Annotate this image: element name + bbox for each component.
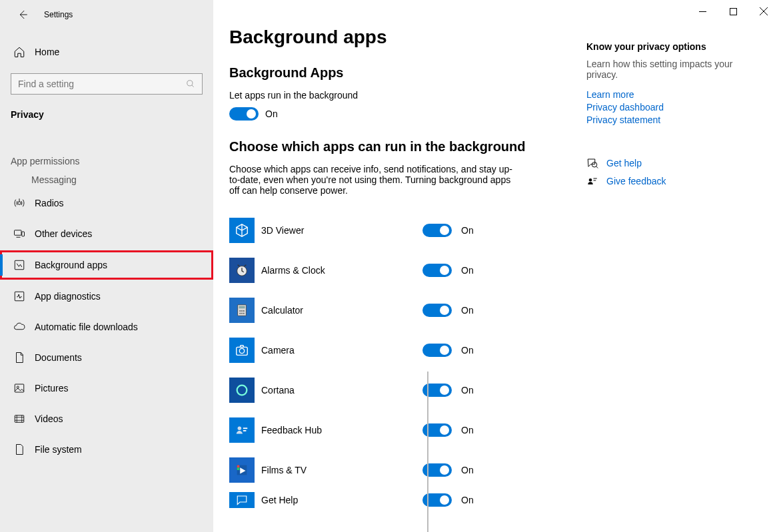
sidebar-item-other-devices[interactable]: Other devices <box>0 218 213 249</box>
section1-desc: Let apps run in the background <box>229 90 529 101</box>
right-pane: Know your privacy options Learn how this… <box>586 0 760 532</box>
app-icon-camera <box>229 338 255 363</box>
app-icon-feedback <box>229 417 255 443</box>
sidebar-item-label: Radios <box>35 198 64 208</box>
sidebar-item-auto-downloads[interactable]: Automatic file downloads <box>0 312 213 342</box>
app-title: Settings <box>44 10 73 19</box>
link-learn-more[interactable]: Learn more <box>586 89 760 100</box>
app-toggle-state: On <box>461 345 474 356</box>
svg-point-14 <box>241 310 243 312</box>
svg-rect-12 <box>239 306 245 309</box>
app-row: Alarms & Clock On <box>229 250 586 290</box>
back-button[interactable] <box>13 5 32 24</box>
minimize-icon <box>699 8 706 15</box>
background-apps-icon <box>13 259 27 271</box>
document-icon <box>13 352 27 364</box>
sidebar-item-label: Pictures <box>35 383 69 394</box>
sidebar-item-label: Documents <box>35 352 82 363</box>
svg-point-18 <box>243 313 245 314</box>
sidebar-item-label: Other devices <box>35 228 92 239</box>
app-icon-alarms <box>229 258 255 283</box>
sidebar-item-file-system[interactable]: File system <box>0 434 213 465</box>
link-give-feedback[interactable]: Give feedback <box>606 176 666 186</box>
sidebar: Settings Home Privacy App permissions Me… <box>0 0 213 532</box>
home-icon <box>13 46 27 58</box>
app-toggle[interactable] <box>422 304 452 317</box>
svg-rect-8 <box>15 415 24 423</box>
app-toggle[interactable] <box>422 344 452 357</box>
sidebar-item-label: Background apps <box>35 260 107 270</box>
svg-point-29 <box>589 178 592 182</box>
sidebar-item-label: File system <box>35 444 82 455</box>
search-input-container[interactable] <box>11 73 203 95</box>
app-toggle[interactable] <box>422 264 452 277</box>
home-label: Home <box>35 47 59 57</box>
sidebar-item-background-apps[interactable]: Background apps <box>0 250 213 280</box>
svg-point-0 <box>187 81 193 86</box>
sidebar-item-app-diagnostics[interactable]: App diagnostics <box>0 281 213 312</box>
close-icon <box>760 7 768 15</box>
app-name: Feedback Hub <box>261 425 422 435</box>
app-toggle-state: On <box>461 265 474 276</box>
app-row: Get Help On <box>229 490 586 510</box>
app-toggle-state: On <box>461 425 474 435</box>
app-toggle-state: On <box>461 305 474 316</box>
app-icon-films <box>229 457 255 483</box>
app-icon-calculator <box>229 298 255 323</box>
right-title: Know your privacy options <box>586 41 760 52</box>
svg-point-15 <box>243 310 245 312</box>
app-name: Get Help <box>261 495 422 505</box>
cloud-download-icon <box>13 321 27 333</box>
app-toggle-state: On <box>461 225 474 236</box>
home-nav[interactable]: Home <box>0 37 213 67</box>
videos-icon <box>13 413 27 425</box>
svg-rect-6 <box>15 384 24 392</box>
link-privacy-dashboard[interactable]: Privacy dashboard <box>586 102 760 113</box>
svg-rect-9 <box>730 8 736 15</box>
sidebar-item-videos[interactable]: Videos <box>0 403 213 434</box>
svg-point-28 <box>592 162 597 168</box>
app-row: Camera On <box>229 330 586 370</box>
close-button[interactable] <box>748 0 779 23</box>
arrow-left-icon <box>17 9 29 21</box>
app-toggle-state: On <box>461 465 474 475</box>
app-name: Alarms & Clock <box>261 265 422 276</box>
devices-icon <box>13 228 27 240</box>
svg-rect-2 <box>15 230 22 236</box>
link-get-help[interactable]: Get help <box>606 158 642 168</box>
app-toggle[interactable] <box>422 224 452 237</box>
sidebar-item-messaging-clipped[interactable]: Messaging <box>0 174 213 186</box>
app-icon-3dviewer <box>229 218 255 243</box>
maximize-button[interactable] <box>718 0 748 23</box>
section1-title: Background Apps <box>229 65 586 81</box>
scroll-indicator[interactable] <box>427 372 428 532</box>
master-toggle[interactable]: On <box>229 107 586 121</box>
sidebar-item-label: Videos <box>35 413 63 424</box>
section-header: App permissions <box>11 156 213 166</box>
sidebar-item-documents[interactable]: Documents <box>0 342 213 373</box>
pictures-icon <box>13 382 27 394</box>
app-toggle-state: On <box>461 495 474 505</box>
right-desc: Learn how this setting impacts your priv… <box>586 59 740 80</box>
sidebar-item-radios[interactable]: Radios <box>0 188 213 218</box>
page-title: Background apps <box>229 27 586 48</box>
feedback-icon <box>586 176 600 188</box>
app-name: Cortana <box>261 385 422 396</box>
minimize-button[interactable] <box>687 0 718 23</box>
sidebar-item-pictures[interactable]: Pictures <box>0 373 213 403</box>
app-row: Films & TV On <box>229 450 586 490</box>
app-toggle-state: On <box>461 385 474 396</box>
app-row: Calculator On <box>229 290 586 330</box>
app-name: Camera <box>261 345 422 356</box>
toggle-switch[interactable] <box>229 107 259 121</box>
section2-title: Choose which apps can run in the backgro… <box>229 139 586 154</box>
app-name: Films & TV <box>261 465 422 475</box>
app-icon-cortana <box>229 378 255 403</box>
link-privacy-statement[interactable]: Privacy statement <box>586 115 760 125</box>
svg-point-17 <box>241 313 243 314</box>
sidebar-item-label: App diagnostics <box>35 291 101 302</box>
diagnostics-icon <box>13 290 27 302</box>
search-input[interactable] <box>17 78 186 90</box>
app-name: 3D Viewer <box>261 225 422 236</box>
sidebar-nav: Radios Other devices Background apps App… <box>0 188 213 465</box>
